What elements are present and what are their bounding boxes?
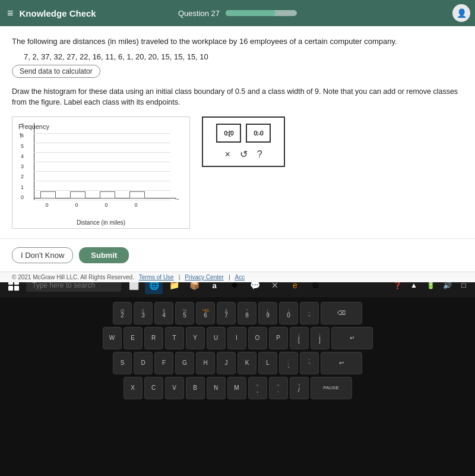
x-axis-arrow: → (174, 196, 180, 202)
x-tick-3: 0 (98, 202, 115, 208)
key-y[interactable]: Y (186, 327, 205, 349)
content-area: The following are distances (in miles) t… (0, 26, 475, 238)
key-pause[interactable]: PAUSE (311, 377, 352, 399)
kb-row-4: X C V B N M <, >. ?/ PAUSE (5, 377, 470, 399)
progress-bar (226, 10, 297, 16)
y-tick-2: 2 (21, 174, 24, 179)
bar-4[interactable] (129, 191, 145, 198)
key-enter-2[interactable]: ↩ (321, 352, 362, 374)
key-m[interactable]: M (227, 377, 246, 399)
key-d[interactable]: D (134, 352, 153, 374)
key-7[interactable]: &7 (217, 302, 236, 324)
key-k[interactable]: K (238, 352, 256, 374)
key-g[interactable]: G (175, 352, 194, 374)
bar-slot-3[interactable] (99, 151, 116, 198)
key-backspace[interactable]: ⌫ (321, 302, 362, 324)
chart-area: Frequency ↑ 0 1 2 3 4 5 (17, 123, 183, 218)
y-tick-0: 0 (21, 195, 24, 200)
key-9[interactable]: (9 (258, 302, 277, 324)
tool-help-icon[interactable]: ? (257, 149, 262, 160)
copyright-separator-1: | (179, 274, 180, 280)
bar-3[interactable] (100, 191, 115, 198)
key-slash[interactable]: ?/ (290, 377, 309, 399)
key-j[interactable]: J (217, 352, 236, 374)
bar-slot-2[interactable] (69, 151, 86, 198)
bars-group[interactable] (40, 151, 145, 198)
key-n[interactable]: N (207, 377, 226, 399)
bar-2[interactable] (70, 191, 86, 198)
keyboard: @2 #3 $4 %5 ^406 &7 *8 (9 )0 _- ⌫ W E R … (0, 297, 475, 476)
bar-slot-1[interactable] (40, 151, 56, 198)
x-tick-4: 0 (128, 202, 144, 208)
tool-btn-remove-class[interactable]: 0:-0 (246, 124, 271, 143)
dont-know-button[interactable]: I Don't Know (12, 247, 73, 263)
header-center: Question 27 (178, 9, 297, 18)
y-tick-3: 3 (21, 164, 24, 169)
problem-statement: The following are distances (in miles) t… (12, 36, 463, 48)
y-tick-6: 6 (21, 133, 24, 138)
x-tick-2: 0 (68, 202, 85, 208)
terms-link[interactable]: Terms of Use (139, 274, 174, 280)
histogram-container[interactable]: Frequency ↑ 0 1 2 3 4 5 (12, 116, 190, 229)
key-e[interactable]: E (124, 327, 142, 349)
key-lbracket[interactable]: {[ (290, 327, 309, 349)
copyright-separator-2: | (229, 274, 230, 280)
histogram-area: Frequency ↑ 0 1 2 3 4 5 (12, 116, 463, 229)
key-8[interactable]: *8 (238, 302, 256, 324)
key-r[interactable]: R (144, 327, 163, 349)
key-semicolon[interactable]: :; (279, 352, 298, 374)
key-period[interactable]: >. (269, 377, 288, 399)
grid-line-6 (34, 143, 170, 143)
key-u[interactable]: U (207, 327, 226, 349)
key-v[interactable]: V (165, 377, 184, 399)
key-0[interactable]: )0 (279, 302, 298, 324)
copyright-bar: © 2021 McGraw Hill LLC. All Rights Reser… (0, 272, 475, 282)
tool-clear-icon[interactable]: × (224, 149, 230, 160)
key-s[interactable]: S (113, 352, 132, 374)
key-3[interactable]: #3 (134, 302, 153, 324)
key-p[interactable]: P (269, 327, 288, 349)
tool-row-1: 0:[0 0:-0 (209, 124, 278, 143)
key-b[interactable]: B (186, 377, 205, 399)
kb-row-2: W E R T Y U I O P {[ }] ↵ (5, 327, 470, 349)
chart-inner: 0 1 2 3 4 5 6 7 (34, 123, 181, 209)
kb-row-1: @2 #3 $4 %5 ^406 &7 *8 (9 )0 _- ⌫ (5, 302, 470, 324)
key-f[interactable]: F (154, 352, 173, 374)
key-enter[interactable]: ↵ (331, 327, 373, 349)
key-w[interactable]: W (103, 327, 122, 349)
key-o[interactable]: O (248, 327, 267, 349)
menu-icon[interactable]: ≡ (7, 7, 14, 20)
privacy-link[interactable]: Privacy Center (185, 274, 224, 280)
key-quote[interactable]: "' (300, 352, 319, 374)
key-4[interactable]: $4 (154, 302, 173, 324)
key-t[interactable]: T (165, 327, 184, 349)
y-tick-1: 1 (21, 185, 24, 190)
send-data-button[interactable]: Send data to calculator (12, 65, 100, 78)
tool-undo-icon[interactable]: ↺ (240, 149, 248, 160)
acc-link[interactable]: Acc (235, 274, 245, 280)
tool-action-row: × ↺ ? (209, 149, 278, 160)
key-6[interactable]: ^406 (196, 302, 215, 324)
y-tick-labels: 0 1 2 3 4 5 6 7 (21, 123, 24, 200)
key-5[interactable]: %5 (175, 302, 194, 324)
tool-btn-add-class[interactable]: 0:[0 (216, 124, 241, 143)
grid-line-7 (34, 133, 170, 134)
key-c[interactable]: C (144, 377, 163, 399)
submit-button[interactable]: Submit (79, 247, 129, 263)
copyright-text: © 2021 McGraw Hill LLC. All Rights Reser… (12, 274, 134, 280)
key-i[interactable]: I (227, 327, 246, 349)
y-tick-7: 7 (21, 123, 24, 128)
key-l[interactable]: L (258, 352, 277, 374)
key-rbracket[interactable]: }] (311, 327, 330, 349)
key-comma[interactable]: <, (248, 377, 267, 399)
progress-bar-fill (226, 10, 276, 16)
key-x[interactable]: X (124, 377, 142, 399)
key-h[interactable]: H (196, 352, 215, 374)
y-tick-4: 4 (21, 154, 24, 159)
tool-panel: 0:[0 0:-0 × ↺ ? (202, 116, 285, 167)
key-minus[interactable]: _- (300, 302, 319, 324)
bar-1[interactable] (40, 191, 56, 198)
key-2[interactable]: @2 (113, 302, 132, 324)
bar-slot-4[interactable] (129, 151, 145, 198)
avatar[interactable]: 👤 (452, 4, 470, 22)
